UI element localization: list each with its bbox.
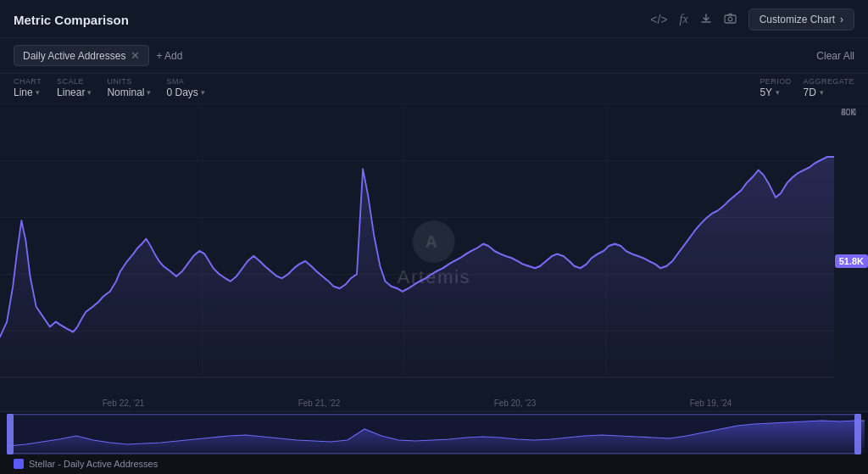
customize-chart-button[interactable]: Customize Chart › — [748, 8, 854, 31]
metric-left: Daily Active Addresses ✕ + Add — [14, 45, 182, 66]
y-label-60k: 60K — [841, 108, 856, 117]
legend: Stellar - Daily Active Addresses — [0, 455, 868, 474]
units-label: UNITS — [107, 77, 151, 86]
metric-bar: Daily Active Addresses ✕ + Add Clear All — [0, 38, 868, 74]
aggregate-control: AGGREGATE 7D ▾ — [804, 77, 854, 98]
x-label-1: Feb 22, '21 — [103, 399, 145, 408]
chevron-down-icon: ▾ — [201, 88, 205, 97]
controls-bar: CHART Line ▾ SCALE Linear ▾ UNITS Nomina… — [0, 74, 868, 104]
page-title: Metric Comparison — [14, 13, 129, 27]
chevron-down-icon: ▾ — [147, 88, 151, 97]
x-label-4: Feb 19, '24 — [690, 399, 732, 408]
svg-rect-0 — [725, 15, 736, 23]
aggregate-select[interactable]: 7D ▾ — [804, 86, 824, 98]
header: Metric Comparison </> fx Customize Chart… — [0, 0, 868, 38]
svg-point-1 — [728, 17, 732, 21]
scale-label: SCALE — [57, 77, 92, 86]
chevron-down-icon: ▾ — [87, 88, 92, 97]
metric-tag-label: Daily Active Addresses — [23, 50, 125, 62]
fx-icon[interactable]: fx — [680, 13, 688, 26]
chart-type-label: CHART — [14, 77, 42, 86]
main-chart-svg — [0, 104, 834, 388]
current-value-badge: 51.8K — [835, 254, 868, 268]
metric-tag: Daily Active Addresses ✕ — [14, 45, 149, 66]
code-icon[interactable]: </> — [650, 13, 667, 26]
chart-area: 80K 60K 40K 20K 0 51.8K A Artemis — [0, 104, 868, 411]
period-control: PERIOD 5Y ▾ — [760, 77, 791, 98]
metric-tag-close[interactable]: ✕ — [131, 49, 140, 62]
y-label-40k: 40K — [841, 108, 856, 117]
y-label-80k: 80K — [841, 108, 856, 117]
units-select[interactable]: Nominal ▾ — [107, 86, 151, 98]
x-label-3: Feb 20, '23 — [494, 399, 537, 408]
svg-rect-15 — [7, 414, 861, 415]
aggregate-label: AGGREGATE — [804, 77, 854, 86]
period-select[interactable]: 5Y ▾ — [760, 86, 780, 98]
y-label-20k: 20K — [841, 108, 856, 117]
controls-right: PERIOD 5Y ▾ AGGREGATE 7D ▾ — [760, 77, 854, 98]
x-labels: Feb 22, '21 Feb 21, '22 Feb 20, '23 Feb … — [0, 399, 834, 408]
camera-icon[interactable] — [724, 13, 737, 26]
scale-control: SCALE Linear ▾ — [57, 77, 92, 98]
chart-type-control: CHART Line ▾ — [14, 77, 42, 98]
clear-all-button[interactable]: Clear All — [816, 50, 854, 62]
period-label: PERIOD — [760, 77, 791, 86]
chart-type-select[interactable]: Line ▾ — [14, 86, 42, 98]
sma-control: SMA 0 Days ▾ — [166, 77, 204, 98]
sma-select[interactable]: 0 Days ▾ — [166, 86, 204, 98]
legend-color — [14, 459, 24, 469]
chevron-down-icon: ▾ — [776, 88, 780, 97]
legend-label: Stellar - Daily Active Addresses — [29, 459, 158, 469]
svg-rect-14 — [7, 414, 861, 454]
add-metric-button[interactable]: + Add — [156, 50, 182, 62]
y-label-0: 0 — [851, 108, 856, 117]
x-label-2: Feb 21, '22 — [298, 399, 341, 408]
scale-select[interactable]: Linear ▾ — [57, 86, 92, 98]
svg-rect-16 — [7, 453, 861, 454]
main-container: Metric Comparison </> fx Customize Chart… — [0, 0, 868, 474]
header-icons: </> fx Customize Chart › — [650, 8, 854, 31]
mini-chart-svg — [0, 412, 868, 455]
sma-label: SMA — [166, 77, 204, 86]
chevron-down-icon: ▾ — [36, 88, 40, 97]
units-control: UNITS Nominal ▾ — [107, 77, 151, 98]
download-icon[interactable] — [700, 13, 712, 27]
chevron-down-icon: ▾ — [820, 88, 824, 97]
mini-navigator[interactable] — [0, 411, 868, 455]
